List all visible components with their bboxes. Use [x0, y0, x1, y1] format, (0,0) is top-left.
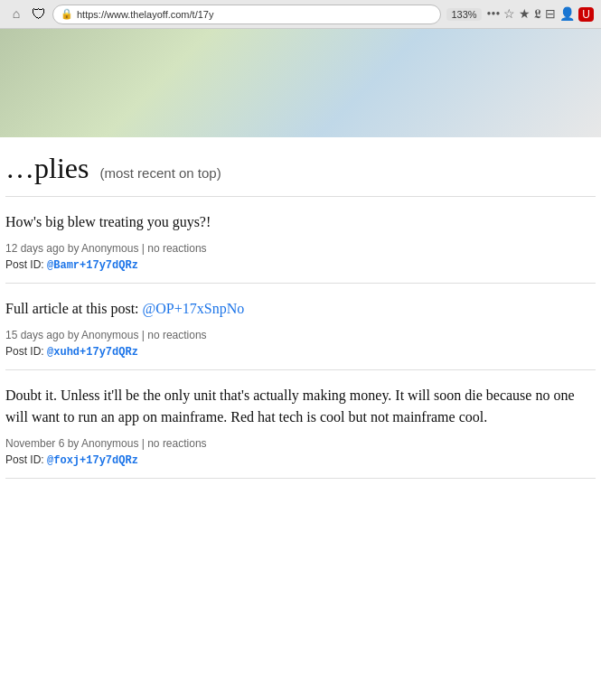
post-id-label-3: Post ID:: [5, 453, 44, 466]
post-id-label-1: Post ID:: [5, 258, 44, 271]
more-icon[interactable]: •••: [487, 7, 501, 22]
post-id-row-2: Post ID: @xuhd+17y7dQRz: [5, 345, 596, 359]
bookmark-icon[interactable]: ☆: [503, 6, 515, 22]
post-content-1: How's big blew treating you guys?!: [5, 211, 596, 233]
shield-icon: 🛡: [31, 6, 47, 23]
post-id-row-1: Post ID: @Bamr+17y7dQRz: [5, 258, 596, 272]
post-meta-3: November 6 by Anonymous | no reactions: [5, 437, 596, 450]
post-content-2: Full article at this post: @OP+17xSnpNo: [5, 298, 596, 320]
url-bar[interactable]: 🔒 https://www.thelayoff.com/t/17y: [52, 5, 441, 24]
library-icon[interactable]: 𝕷: [534, 7, 541, 22]
post-id-row-3: Post ID: @foxj+17y7dQRz: [5, 453, 596, 467]
post-block-2: Full article at this post: @OP+17xSnpNo …: [5, 284, 596, 370]
post-content-link-2[interactable]: @OP+17xSnpNo: [143, 301, 245, 316]
post-block-3: Doubt it. Unless it'll be the only unit …: [5, 370, 596, 479]
reader-mode-icon[interactable]: ⊟: [545, 6, 556, 22]
post-meta-1: 12 days ago by Anonymous | no reactions: [5, 242, 596, 255]
lock-icon: 🔒: [61, 8, 73, 20]
post-id-label-2: Post ID:: [5, 345, 44, 358]
url-text: https://www.thelayoff.com/t/17y: [77, 9, 213, 20]
addon-icon: U: [578, 7, 594, 22]
account-icon[interactable]: 👤: [559, 6, 575, 22]
replies-title: …plies: [5, 152, 89, 184]
zoom-level: 133%: [446, 8, 481, 21]
post-id-link-2[interactable]: @xuhd+17y7dQRz: [47, 346, 138, 359]
browser-toolbar: ⌂ 🛡 🔒 https://www.thelayoff.com/t/17y 13…: [0, 0, 601, 29]
home-icon[interactable]: ⌂: [7, 5, 25, 23]
post-content-3: Doubt it. Unless it'll be the only unit …: [5, 385, 596, 428]
page-content: …plies (most recent on top) How's big bl…: [0, 137, 601, 479]
post-id-link-3[interactable]: @foxj+17y7dQRz: [47, 454, 138, 467]
post-id-link-1[interactable]: @Bamr+17y7dQRz: [47, 259, 138, 272]
replies-heading: …plies (most recent on top): [5, 137, 596, 197]
post-meta-2: 15 days ago by Anonymous | no reactions: [5, 329, 596, 341]
banner-image: [0, 29, 601, 137]
replies-subtitle: (most recent on top): [99, 165, 221, 181]
star-icon[interactable]: ★: [519, 6, 531, 22]
browser-icons: ••• ☆ ★ 𝕷 ⊟ 👤 U: [487, 6, 594, 22]
post-block: How's big blew treating you guys?! 12 da…: [5, 197, 596, 284]
post-content-prefix-2: Full article at this post:: [5, 301, 139, 316]
